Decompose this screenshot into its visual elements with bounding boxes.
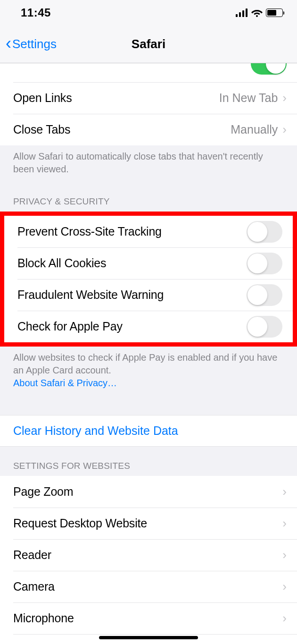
about-safari-privacy-link[interactable]: About Safari & Privacy… — [13, 378, 117, 388]
home-indicator[interactable] — [99, 636, 198, 639]
microphone-row[interactable]: Microphone › — [0, 602, 297, 634]
chevron-right-icon: › — [282, 122, 287, 137]
block-cookies-row[interactable]: Block All Cookies — [4, 247, 293, 279]
show-icons-label: Show Icons in Tabs — [13, 63, 113, 64]
list-item-label: Page Zoom — [13, 485, 73, 499]
websites-header: SETTINGS FOR WEBSITES — [0, 447, 297, 476]
list-item-label: Microphone — [13, 611, 74, 625]
clear-history-label: Clear History and Website Data — [13, 424, 284, 438]
close-tabs-label: Close Tabs — [13, 123, 70, 136]
tabs-group: Show Icons in Tabs Open Links In New Tab… — [0, 63, 297, 145]
svg-rect-0 — [236, 14, 238, 17]
status-icons — [236, 8, 283, 17]
back-button[interactable]: ‹ Settings — [6, 37, 57, 52]
chevron-right-icon: › — [282, 516, 287, 531]
apple-pay-row[interactable]: Check for Apple Pay — [4, 311, 293, 342]
chevron-right-icon: › — [282, 579, 287, 594]
apple-pay-label: Check for Apple Pay — [17, 320, 123, 333]
open-links-value: In New Tab — [219, 91, 278, 105]
open-links-label: Open Links — [13, 91, 72, 105]
svg-point-4 — [256, 15, 258, 17]
back-label: Settings — [12, 37, 57, 51]
content: Show Icons in Tabs Open Links In New Tab… — [0, 63, 297, 644]
list-item-label: Camera — [13, 580, 55, 593]
show-icons-row[interactable]: Show Icons in Tabs — [0, 63, 297, 82]
chevron-right-icon: › — [282, 548, 287, 562]
request-desktop-row[interactable]: Request Desktop Website › — [0, 508, 297, 539]
chevron-left-icon: ‹ — [6, 35, 11, 52]
privacy-group-footer: Allow websites to check if Apple Pay is … — [0, 347, 297, 396]
cellular-icon — [236, 8, 248, 17]
tabs-group-footer: Allow Safari to automatically close tabs… — [0, 145, 297, 182]
privacy-footer-text: Allow websites to check if Apple Pay is … — [13, 352, 277, 375]
status-bar: 11:45 — [0, 0, 297, 25]
fraud-warning-row[interactable]: Fraudulent Website Warning — [4, 279, 293, 311]
open-links-row[interactable]: Open Links In New Tab › — [0, 82, 297, 114]
svg-rect-2 — [242, 10, 244, 17]
status-time: 11:45 — [21, 6, 51, 19]
chevron-right-icon: › — [282, 611, 287, 626]
show-icons-toggle[interactable] — [251, 63, 287, 75]
svg-rect-3 — [246, 8, 248, 17]
clear-history-row[interactable]: Clear History and Website Data — [0, 415, 297, 447]
block-cookies-toggle[interactable] — [247, 253, 282, 274]
close-tabs-row[interactable]: Close Tabs Manually › — [0, 114, 297, 145]
block-cookies-label: Block All Cookies — [17, 256, 106, 270]
fraud-warning-toggle[interactable] — [247, 284, 282, 306]
prevent-tracking-row[interactable]: Prevent Cross-Site Tracking — [4, 216, 293, 247]
battery-icon — [266, 8, 283, 17]
privacy-group: Prevent Cross-Site Tracking Block All Co… — [4, 216, 293, 342]
svg-rect-1 — [239, 12, 241, 17]
chevron-right-icon: › — [282, 91, 287, 105]
highlight-box: Prevent Cross-Site Tracking Block All Co… — [0, 212, 297, 347]
wifi-icon — [251, 8, 263, 17]
prevent-tracking-toggle[interactable] — [247, 221, 282, 243]
close-tabs-value: Manually — [231, 123, 278, 136]
page-zoom-row[interactable]: Page Zoom › — [0, 476, 297, 508]
nav-bar: ‹ Settings Safari — [0, 25, 297, 63]
fraud-warning-label: Fraudulent Website Warning — [17, 288, 164, 302]
page-title: Safari — [132, 37, 165, 51]
apple-pay-toggle[interactable] — [247, 316, 282, 338]
chevron-right-icon: › — [282, 484, 287, 499]
camera-row[interactable]: Camera › — [0, 571, 297, 602]
privacy-header: PRIVACY & SECURITY — [0, 182, 297, 212]
prevent-tracking-label: Prevent Cross-Site Tracking — [17, 225, 162, 238]
list-item-label: Request Desktop Website — [13, 517, 147, 530]
list-item-label: Reader — [13, 548, 51, 562]
websites-group: Page Zoom › Request Desktop Website › Re… — [0, 476, 297, 644]
reader-row[interactable]: Reader › — [0, 539, 297, 571]
